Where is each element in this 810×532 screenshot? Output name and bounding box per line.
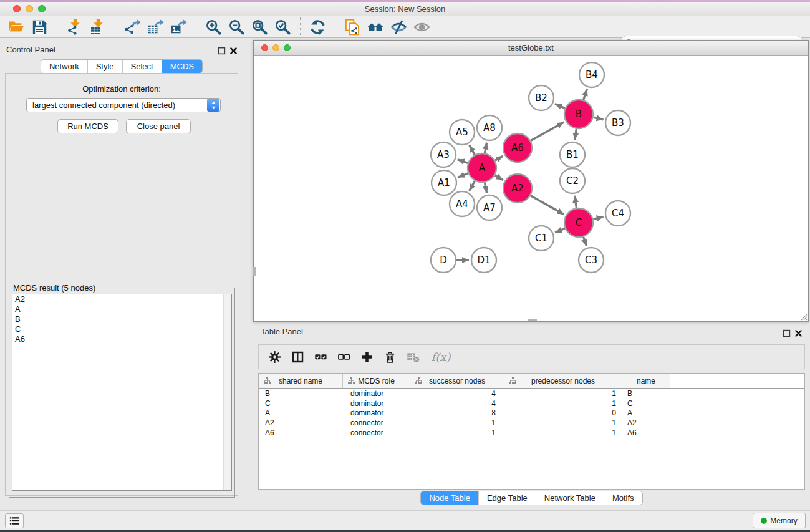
- table-cell[interactable]: connector: [343, 418, 410, 427]
- zoom-selected-button[interactable]: [271, 17, 294, 37]
- close-panel-icon[interactable]: [229, 46, 238, 54]
- zoom-fit-button[interactable]: [248, 17, 271, 37]
- show-columns-button[interactable]: [288, 348, 307, 365]
- node-B2[interactable]: B2: [529, 85, 554, 110]
- table-cell[interactable]: 1: [504, 399, 622, 408]
- column-header-mcds-role[interactable]: MCDS role: [343, 374, 410, 388]
- column-header-shared-name[interactable]: shared name: [259, 374, 343, 388]
- edge-B-B3[interactable]: [593, 117, 603, 120]
- clone-network-button[interactable]: [341, 17, 364, 37]
- tab-style[interactable]: Style: [88, 60, 123, 73]
- node-C2[interactable]: C2: [560, 168, 585, 193]
- table-cell[interactable]: 1: [410, 428, 504, 437]
- table-cell[interactable]: 4: [410, 399, 504, 408]
- edge-C-C2[interactable]: [575, 196, 577, 208]
- edge-A6-B[interactable]: [531, 122, 564, 140]
- table-row[interactable]: Bdominator41B: [259, 389, 804, 399]
- tab-select[interactable]: Select: [123, 60, 162, 73]
- hide-selected-button[interactable]: [387, 17, 410, 37]
- edge-B-B2[interactable]: [555, 104, 565, 109]
- node-D[interactable]: D: [431, 248, 456, 273]
- edge-C-C4[interactable]: [593, 217, 603, 220]
- table-cell[interactable]: 1: [504, 428, 622, 437]
- table-cell[interactable]: A2: [622, 418, 670, 427]
- edge-A-A3[interactable]: [458, 160, 468, 163]
- table-row[interactable]: A2connector11A2: [259, 418, 804, 428]
- delete-columns-button[interactable]: [380, 348, 399, 365]
- close-panel-button[interactable]: Close panel: [126, 119, 191, 133]
- float-table-panel-icon[interactable]: [783, 329, 791, 337]
- table-cell[interactable]: A6: [622, 428, 670, 437]
- result-item[interactable]: C: [12, 324, 231, 334]
- zoom-out-button[interactable]: [225, 17, 248, 37]
- float-panel-icon[interactable]: [218, 46, 226, 54]
- edge-C-C3[interactable]: [584, 237, 587, 246]
- tab-node-table[interactable]: Node Table: [421, 491, 479, 505]
- column-header-successor-nodes[interactable]: successor nodes: [410, 374, 504, 388]
- task-history-button[interactable]: [5, 513, 24, 528]
- node-B4[interactable]: B4: [579, 62, 604, 87]
- refresh-network-button[interactable]: [306, 17, 329, 37]
- table-cell[interactable]: B: [622, 389, 670, 398]
- table-cell[interactable]: 0: [504, 409, 622, 417]
- vertical-scroll-nub[interactable]: [253, 267, 256, 276]
- node-B1[interactable]: B1: [560, 142, 585, 167]
- node-D1[interactable]: D1: [471, 248, 496, 273]
- edge-C-C1[interactable]: [555, 228, 565, 233]
- export-network-button[interactable]: [121, 17, 144, 37]
- edge-A2-C[interactable]: [531, 196, 564, 215]
- node-A1[interactable]: A1: [432, 170, 456, 195]
- mcds-result-list[interactable]: A2ABCA6: [12, 294, 232, 491]
- network-window-titlebar[interactable]: testGlobe.txt: [254, 41, 808, 56]
- table-cell[interactable]: 1: [504, 389, 622, 398]
- table-options-gear-button[interactable]: [265, 348, 284, 365]
- node-B3[interactable]: B3: [605, 110, 630, 135]
- table-cell[interactable]: 8: [410, 409, 504, 417]
- node-A3[interactable]: A3: [431, 142, 456, 167]
- edge-A-A4[interactable]: [470, 181, 475, 191]
- node-B[interactable]: B: [564, 100, 593, 128]
- table-cell[interactable]: C: [259, 399, 343, 408]
- unselect-all-columns-button[interactable]: [334, 348, 353, 365]
- edge-A-A6[interactable]: [495, 156, 503, 160]
- table-cell[interactable]: C: [622, 399, 670, 408]
- edge-A-A1[interactable]: [458, 173, 468, 177]
- table-row[interactable]: Adominator80A: [259, 408, 804, 418]
- node-C4[interactable]: C4: [605, 201, 630, 226]
- table-cell[interactable]: B: [259, 389, 343, 398]
- column-header-predecessor-nodes[interactable]: predecessor nodes: [504, 374, 622, 388]
- create-column-button[interactable]: [357, 348, 376, 365]
- result-item[interactable]: A2: [12, 294, 231, 304]
- tab-motifs[interactable]: Motifs: [604, 491, 642, 505]
- network-canvas[interactable]: AA6A2BCA5A8A3A1A4A7B2B4B3B1C2C4C1C3DD1: [254, 56, 808, 321]
- tab-edge-table[interactable]: Edge Table: [479, 491, 536, 505]
- edge-B-B1[interactable]: [575, 129, 577, 140]
- export-table-button[interactable]: [144, 17, 167, 37]
- open-session-button[interactable]: [5, 17, 28, 37]
- table-cell[interactable]: A2: [259, 418, 343, 427]
- table-cell[interactable]: dominator: [343, 399, 410, 408]
- table-cell[interactable]: dominator: [343, 409, 410, 417]
- node-A4[interactable]: A4: [450, 191, 475, 216]
- optimization-criterion-select[interactable]: largest connected component (directed): [26, 98, 221, 112]
- table-cell[interactable]: A: [622, 409, 670, 417]
- node-A[interactable]: A: [468, 153, 496, 182]
- node-A7[interactable]: A7: [477, 195, 502, 220]
- node-C[interactable]: C: [564, 208, 593, 237]
- tab-mcds[interactable]: MCDS: [162, 60, 202, 73]
- save-session-button[interactable]: [28, 17, 51, 37]
- first-neighbors-button[interactable]: [364, 17, 387, 37]
- node-C1[interactable]: C1: [529, 226, 554, 251]
- node-C3[interactable]: C3: [579, 248, 604, 273]
- edge-A-A8[interactable]: [485, 143, 486, 153]
- table-cell[interactable]: A: [259, 409, 343, 417]
- zoom-in-button[interactable]: [202, 17, 225, 37]
- table-cell[interactable]: connector: [343, 428, 410, 437]
- table-cell[interactable]: A6: [259, 428, 343, 437]
- edge-A-A2[interactable]: [495, 175, 503, 180]
- run-mcds-button[interactable]: Run MCDS: [57, 119, 118, 133]
- column-header-name[interactable]: name: [622, 374, 670, 388]
- result-item[interactable]: B: [12, 314, 231, 324]
- node-A5[interactable]: A5: [450, 120, 475, 145]
- node-A8[interactable]: A8: [477, 115, 502, 140]
